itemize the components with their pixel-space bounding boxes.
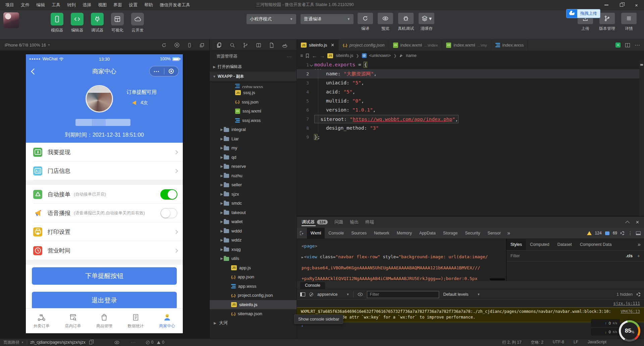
- tree-item-Liar[interactable]: ▶Liar: [210, 134, 297, 144]
- tree-item-wallet[interactable]: ▶wallet: [210, 217, 297, 226]
- tree-item-reserve[interactable]: ▶reserve: [210, 162, 297, 171]
- console-filter-input[interactable]: Filter: [367, 291, 439, 298]
- compile-select[interactable]: 普通编译 ▼: [301, 14, 354, 24]
- menu-row-打印设置[interactable]: 打印设置: [26, 222, 183, 241]
- editor-tab-index.wxss[interactable]: index.wxss: [491, 40, 528, 51]
- console-drawer-icon[interactable]: [636, 231, 641, 235]
- page-path-value[interactable]: zh_cjdianc/pages/sjzx/sjzx/sjzx: [30, 340, 92, 345]
- devtools-tab-Wxml[interactable]: Wxml: [307, 228, 325, 238]
- visualize-grid-icon[interactable]: [111, 13, 124, 25]
- statusbar-item[interactable]: LF: [574, 340, 578, 345]
- tree-item-takeout[interactable]: ▶takeout: [210, 208, 297, 217]
- refresh-icon[interactable]: [161, 43, 167, 48]
- exit-target-icon[interactable]: [164, 69, 179, 74]
- breadcrumb-file[interactable]: siteinfo.js: [336, 53, 353, 58]
- toggle-on[interactable]: [160, 189, 177, 200]
- problems-indicator[interactable]: 0 0: [146, 340, 164, 345]
- expand-arrow-icon[interactable]: ▶: [302, 256, 303, 259]
- phone-mode-icon[interactable]: [187, 43, 192, 48]
- collapse-icon[interactable]: [625, 221, 630, 225]
- merchant-avatar[interactable]: [86, 85, 113, 113]
- git-branch-icon[interactable]: [243, 42, 249, 48]
- editor-tab-project.config.json[interactable]: {..}project.config.json: [339, 40, 389, 51]
- split-editor-icon[interactable]: [625, 43, 630, 47]
- gear-icon[interactable]: [637, 292, 641, 296]
- outline-list-icon[interactable]: ≡: [300, 53, 303, 58]
- styles-tab-Computed[interactable]: Computed: [526, 239, 553, 250]
- tree-item-seller[interactable]: ▶seller: [210, 180, 297, 190]
- menu-item-选择[interactable]: 选择: [79, 0, 95, 10]
- kebab-menu-icon[interactable]: ⋮: [628, 230, 633, 236]
- device-select[interactable]: iPhone 6/7/8 100% 16 ▼: [5, 43, 50, 48]
- statusbar-item[interactable]: UTF-8: [553, 340, 564, 345]
- section-open-editors[interactable]: ▶ 打开的编辑器: [210, 62, 297, 71]
- devtools-tab-AppData[interactable]: AppData: [416, 228, 439, 238]
- tree-item-project.config.json[interactable]: {..}project.config.json: [210, 291, 297, 300]
- order-remind-button[interactable]: 下单提醒按钮: [32, 267, 177, 285]
- menu-item-视图[interactable]: 视图: [95, 0, 110, 10]
- tree-item-app.json[interactable]: {..}app.json: [210, 272, 297, 282]
- editor-tab-siteinfo.js[interactable]: JSsiteinfo.js✕: [297, 40, 339, 51]
- styles-filter-input[interactable]: Filter: [511, 254, 520, 258]
- menu-item-编辑[interactable]: 编辑: [33, 0, 48, 10]
- tree-item-sssj.wxss[interactable]: sssj.wxss: [210, 116, 297, 125]
- tree-item-utils[interactable]: ▶utils: [210, 254, 297, 263]
- devtools-tab-Network[interactable]: Network: [370, 228, 393, 238]
- more-actions-icon[interactable]: ···: [287, 54, 292, 59]
- tree-item-sjzx[interactable]: ▶sjzx: [210, 190, 297, 199]
- debugger-tab-调试器[interactable]: 调试器124: [302, 216, 328, 228]
- compile-refresh-icon[interactable]: [358, 13, 373, 24]
- wxml-node[interactable]: png;base64,iVBORw0KGgoAAAANSUhEUgAAAEAAA…: [302, 263, 506, 273]
- nav-forward-icon[interactable]: →: [320, 53, 325, 59]
- maximize-icon[interactable]: [614, 0, 629, 10]
- tab-外卖订单[interactable]: 外卖订单: [26, 308, 57, 333]
- menu-row-我要提现[interactable]: ¥我要提现: [26, 143, 183, 161]
- details-menu-icon[interactable]: [621, 13, 637, 24]
- overflow-chevron-icon[interactable]: »: [504, 230, 513, 236]
- console-sidebar-toggle-icon[interactable]: [300, 292, 305, 296]
- breadcrumb-symbol[interactable]: <unknown>: [369, 53, 391, 58]
- more-actions-icon[interactable]: ···: [635, 42, 640, 48]
- menu-row-门店信息[interactable]: 门店信息: [26, 161, 183, 180]
- menu-item-转到[interactable]: 转到: [64, 0, 79, 10]
- devtools-tab-Sensor[interactable]: Sensor: [484, 228, 505, 238]
- menu-item-文件[interactable]: 文件: [17, 0, 33, 10]
- debugger-tab-输出[interactable]: 输出: [350, 216, 359, 228]
- menu-item-帮助[interactable]: 帮助: [141, 0, 156, 10]
- back-icon[interactable]: [31, 68, 37, 74]
- source-link[interactable]: VM476:13: [621, 309, 640, 315]
- cls-toggle[interactable]: .cls: [626, 254, 633, 258]
- page-path-select[interactable]: 页面路径 ▼: [3, 340, 24, 345]
- logout-button[interactable]: 退出登录: [32, 292, 177, 309]
- close-icon[interactable]: ✕: [636, 220, 639, 225]
- inspect-element-icon[interactable]: [297, 230, 307, 236]
- editor-tab-index.wxml[interactable]: <>index.wxml...\my: [442, 40, 491, 51]
- menu-row-自动接单[interactable]: 自动接单(自动接单已开启): [26, 185, 183, 204]
- overflow-chevron-icon[interactable]: »: [638, 241, 644, 248]
- stop-icon[interactable]: [174, 42, 180, 48]
- wxml-tree-pane[interactable]: <page>▶<view class="navbar flex-row" sty…: [297, 239, 506, 281]
- bookmark-icon[interactable]: [306, 54, 309, 58]
- devtools-tab-Sources[interactable]: Sources: [347, 228, 370, 238]
- tree-item-my[interactable]: ▶my: [210, 143, 297, 153]
- cloud-dev-icon[interactable]: [131, 13, 144, 25]
- tree-item-wddz[interactable]: ▶wddz: [210, 235, 297, 245]
- menu-row-语音播报[interactable]: 语音播报(语音播报已关闭,自动接单关闭后有效): [26, 204, 183, 222]
- wxml-node[interactable]: ▶<view class="navbar flex-row" style="ba…: [302, 252, 506, 263]
- eye-icon[interactable]: [358, 292, 363, 296]
- mode-select[interactable]: 小程序模式 ▼: [247, 14, 296, 24]
- quick-preview-icon[interactable]: +: [615, 43, 621, 48]
- statusbar-item[interactable]: JavaScript: [588, 340, 606, 345]
- tree-item-wddd[interactable]: ▶wddd: [210, 226, 297, 236]
- docker-whale-icon[interactable]: [282, 42, 288, 48]
- statusbar-item[interactable]: 空格: 2: [531, 340, 543, 345]
- split-layout-icon[interactable]: [256, 42, 262, 48]
- context-select[interactable]: appservice ▼: [317, 292, 349, 297]
- tree-item-qd[interactable]: ▶qd: [210, 153, 297, 162]
- menu-item-工具[interactable]: 工具: [48, 0, 64, 10]
- devtools-tab-Memory[interactable]: Memory: [393, 228, 416, 238]
- preview-eye-icon[interactable]: [378, 13, 393, 24]
- toggle-off[interactable]: [160, 208, 177, 218]
- version-branch-icon[interactable]: [599, 13, 615, 24]
- horizontal-scrollbar[interactable]: [490, 278, 505, 280]
